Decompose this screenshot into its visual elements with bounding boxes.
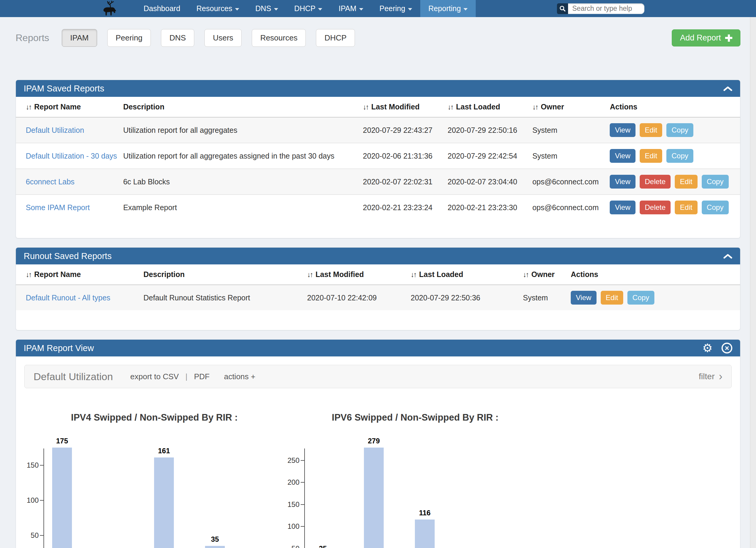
toolbar-separator: | [185, 372, 187, 381]
report-name-link[interactable]: Default Runout - All types [26, 293, 110, 302]
y-axis-tick-mark [40, 535, 44, 536]
column-header-last-modified[interactable]: ↓↑Last Modified [304, 264, 408, 285]
nav-item-ipam[interactable]: IPAM [330, 0, 371, 17]
column-label: Report Name [34, 103, 81, 111]
vertical-scrollbar[interactable] [750, 17, 756, 548]
y-axis-tick-mark [301, 526, 305, 527]
nav-item-dns[interactable]: DNS [247, 0, 286, 17]
actions-menu-link[interactable]: actions + [224, 372, 255, 381]
nav-item-dashboard[interactable]: Dashboard [135, 0, 188, 17]
add-report-label: Add Report [680, 33, 721, 43]
bar-slot: 1 [466, 448, 486, 548]
bar-swipped [364, 448, 384, 548]
tab-dns[interactable]: DNS [161, 29, 194, 47]
column-header-owner[interactable]: ↓↑Owner [529, 97, 607, 117]
plus-icon [725, 34, 732, 42]
add-report-button[interactable]: Add Report [672, 29, 740, 46]
copy-button[interactable]: Copy [702, 201, 729, 214]
delete-button[interactable]: Delete [640, 175, 671, 189]
nav-item-reporting[interactable]: Reporting [420, 0, 476, 17]
tab-users[interactable]: Users [204, 29, 242, 47]
bar-group-ARIN: 2790ARIN [358, 448, 409, 548]
filter-toggle[interactable]: filter › [699, 372, 722, 381]
column-header-last-loaded[interactable]: ↓↑Last Loaded [408, 264, 520, 285]
report-name-link[interactable]: Default Utilization [26, 126, 84, 134]
view-button[interactable]: View [571, 291, 597, 305]
report-description: Example Report [120, 195, 360, 220]
bar-value-label: 161 [154, 447, 174, 455]
copy-button[interactable]: Copy [666, 149, 693, 163]
gear-icon[interactable]: ⚙ [702, 342, 713, 354]
bar-swipped [205, 546, 225, 548]
bar-group-RIPE: 10RIPE [460, 448, 511, 548]
close-icon[interactable]: × [722, 343, 732, 353]
view-button[interactable]: View [610, 175, 635, 189]
nav-label: Dashboard [144, 4, 180, 13]
column-header-owner[interactable]: ↓↑Owner [520, 264, 568, 285]
table-row: Default Utilization Utilization report f… [16, 117, 740, 143]
table-row: 6connect Labs 6c Lab Blocks 2020-02-07 2… [16, 169, 740, 195]
nav-item-resources[interactable]: Resources [188, 0, 247, 17]
y-axis-tick-label: 150 [24, 462, 39, 469]
bar-slot: 0 [174, 448, 194, 548]
collapse-chevron-up-icon[interactable] [723, 254, 732, 259]
collapse-chevron-up-icon[interactable] [723, 86, 732, 91]
copy-button[interactable]: Copy [666, 123, 693, 137]
edit-button[interactable]: Edit [640, 123, 662, 137]
table-row: Some IPAM Report Example Report 2020-02-… [16, 195, 740, 220]
column-header-last-modified[interactable]: ↓↑Last Modified [360, 97, 445, 117]
bar-slot: 0 [435, 448, 454, 548]
sort-icon: ↓↑ [448, 103, 453, 111]
y-axis-tick-label: 50 [24, 532, 39, 539]
view-button[interactable]: View [610, 123, 635, 137]
view-button[interactable]: View [610, 201, 635, 214]
delete-button[interactable]: Delete [640, 201, 671, 214]
tab-peering[interactable]: Peering [107, 29, 151, 47]
report-name-link[interactable]: Some IPAM Report [26, 203, 90, 212]
bar-slot: 161 [154, 448, 174, 548]
edit-button[interactable]: Edit [601, 291, 623, 305]
owner: System [529, 117, 607, 143]
column-label: Actions [610, 103, 637, 111]
ipam-saved-reports-header: IPAM Saved Reports [16, 80, 740, 97]
moose-logo-icon[interactable] [101, 1, 118, 17]
y-axis-tick-mark [301, 482, 305, 483]
bar-slot: 35 [313, 448, 333, 548]
runout-saved-reports-header: Runout Saved Reports [16, 248, 740, 264]
bar-group-LACNIC: 1160LACNIC [409, 448, 460, 548]
export-csv-link[interactable]: export to CSV [130, 372, 179, 381]
ipam-report-view-panel: IPAM Report View ⚙ × Default Utilization… [16, 339, 740, 548]
sort-icon: ↓↑ [523, 270, 528, 278]
column-label: Last Loaded [419, 270, 463, 278]
tab-ipam[interactable]: IPAM [62, 29, 97, 47]
report-name-link[interactable]: 6connect Labs [26, 177, 75, 186]
chart-title: IPV4 Swipped / Non-Swipped By RIR : [43, 412, 265, 423]
report-name-link[interactable]: Default Utilization - 30 days [26, 152, 117, 160]
nav-item-dhcp[interactable]: DHCP [286, 0, 331, 17]
chevron-right-icon: › [719, 372, 722, 381]
filter-label: filter [699, 372, 715, 381]
edit-button[interactable]: Edit [675, 201, 697, 214]
search-input[interactable] [568, 3, 644, 14]
copy-button[interactable]: Copy [702, 175, 729, 189]
view-button[interactable]: View [610, 149, 635, 163]
bar-slot: 16 [103, 448, 123, 548]
edit-button[interactable]: Edit [640, 149, 662, 163]
column-header-report-name[interactable]: ↓↑Report Name [16, 264, 141, 285]
chevron-down-icon [463, 8, 468, 10]
column-header-report-name[interactable]: ↓↑Report Name [16, 97, 120, 117]
y-axis-tick-mark [301, 504, 305, 505]
export-pdf-link[interactable]: PDF [194, 372, 210, 381]
edit-button[interactable]: Edit [675, 175, 697, 189]
search-icon[interactable] [557, 3, 568, 14]
column-header-last-loaded[interactable]: ↓↑Last Loaded [445, 97, 529, 117]
tab-dhcp[interactable]: DHCP [316, 29, 355, 47]
bar-slot: 0 [384, 448, 403, 548]
tab-resources[interactable]: Resources [252, 29, 306, 47]
sort-icon: ↓↑ [307, 270, 313, 278]
nav-item-peering[interactable]: Peering [371, 0, 420, 17]
copy-button[interactable]: Copy [627, 291, 654, 305]
panel-bottom-padding [16, 220, 740, 238]
last-modified: 2020-02-21 23:23:24 [360, 195, 445, 220]
sort-icon: ↓↑ [411, 270, 416, 278]
